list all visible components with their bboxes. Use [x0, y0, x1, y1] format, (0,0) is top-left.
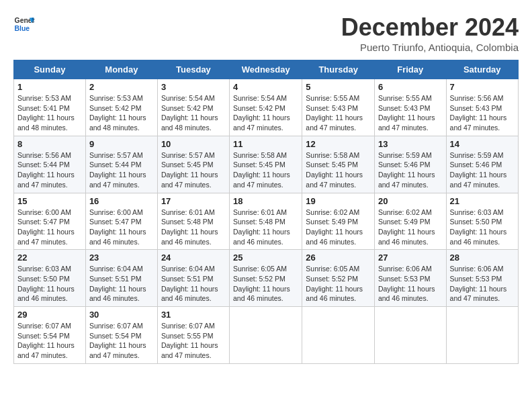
- week-row-4: 22 Sunrise: 6:03 AMSunset: 5:50 PMDaylig…: [14, 250, 519, 307]
- calendar-cell: 28 Sunrise: 6:06 AMSunset: 5:53 PMDaylig…: [446, 250, 518, 307]
- day-number: 12: [306, 139, 371, 149]
- day-number: 25: [233, 253, 298, 263]
- day-info: Sunrise: 6:00 AMSunset: 5:47 PMDaylight:…: [17, 208, 75, 246]
- day-info: Sunrise: 5:57 AMSunset: 5:45 PMDaylight:…: [161, 151, 218, 189]
- day-info: Sunrise: 6:05 AMSunset: 5:52 PMDaylight:…: [233, 265, 290, 302]
- calendar-cell: [374, 307, 446, 364]
- day-number: 18: [233, 196, 298, 206]
- calendar-cell: 5 Sunrise: 5:55 AMSunset: 5:43 PMDayligh…: [302, 79, 375, 136]
- calendar-cell: 21 Sunrise: 6:03 AMSunset: 5:50 PMDaylig…: [446, 193, 518, 250]
- day-info: Sunrise: 5:58 AMSunset: 5:45 PMDaylight:…: [233, 151, 290, 189]
- day-number: 4: [233, 82, 298, 92]
- svg-text:Blue: Blue: [15, 25, 30, 32]
- week-row-1: 1 Sunrise: 5:53 AMSunset: 5:41 PMDayligh…: [14, 79, 519, 136]
- calendar-cell: 10 Sunrise: 5:57 AMSunset: 5:45 PMDaylig…: [157, 136, 229, 193]
- calendar-cell: 24 Sunrise: 6:04 AMSunset: 5:51 PMDaylig…: [157, 250, 229, 307]
- day-number: 21: [450, 196, 515, 206]
- calendar-cell: 29 Sunrise: 6:07 AMSunset: 5:54 PMDaylig…: [14, 307, 86, 364]
- day-number: 29: [17, 310, 82, 320]
- day-info: Sunrise: 5:54 AMSunset: 5:42 PMDaylight:…: [233, 94, 290, 132]
- calendar-cell: [446, 307, 518, 364]
- day-number: 17: [161, 196, 226, 206]
- week-row-5: 29 Sunrise: 6:07 AMSunset: 5:54 PMDaylig…: [14, 307, 519, 364]
- day-info: Sunrise: 5:53 AMSunset: 5:42 PMDaylight:…: [89, 94, 146, 132]
- calendar-cell: 27 Sunrise: 6:06 AMSunset: 5:53 PMDaylig…: [374, 250, 446, 307]
- calendar-cell: 1 Sunrise: 5:53 AMSunset: 5:41 PMDayligh…: [14, 79, 86, 136]
- calendar-cell: 30 Sunrise: 6:07 AMSunset: 5:54 PMDaylig…: [85, 307, 157, 364]
- calendar-cell: 7 Sunrise: 5:56 AMSunset: 5:43 PMDayligh…: [446, 79, 518, 136]
- day-info: Sunrise: 5:53 AMSunset: 5:41 PMDaylight:…: [17, 94, 75, 132]
- day-number: 15: [17, 196, 82, 206]
- day-number: 16: [89, 196, 154, 206]
- day-info: Sunrise: 6:02 AMSunset: 5:49 PMDaylight:…: [306, 208, 363, 246]
- day-number: 27: [378, 253, 443, 263]
- day-number: 2: [89, 82, 154, 92]
- day-number: 13: [378, 139, 443, 149]
- header-day-sunday: Sunday: [14, 60, 86, 79]
- day-number: 6: [378, 82, 443, 92]
- title-block: December 2024 Puerto Triunfo, Antioquia,…: [341, 13, 519, 53]
- header-day-friday: Friday: [374, 60, 446, 79]
- day-info: Sunrise: 6:06 AMSunset: 5:53 PMDaylight:…: [450, 265, 507, 302]
- day-info: Sunrise: 6:06 AMSunset: 5:53 PMDaylight:…: [378, 265, 435, 302]
- day-number: 23: [89, 253, 154, 263]
- logo-icon: General Blue: [13, 13, 35, 35]
- week-row-2: 8 Sunrise: 5:56 AMSunset: 5:44 PMDayligh…: [14, 136, 519, 193]
- day-number: 1: [17, 82, 82, 92]
- calendar-cell: 17 Sunrise: 6:01 AMSunset: 5:48 PMDaylig…: [157, 193, 229, 250]
- day-info: Sunrise: 6:00 AMSunset: 5:47 PMDaylight:…: [89, 208, 146, 246]
- page-header: General Blue December 2024 Puerto Triunf…: [13, 13, 519, 53]
- day-info: Sunrise: 6:07 AMSunset: 5:54 PMDaylight:…: [89, 322, 146, 359]
- calendar-cell: 25 Sunrise: 6:05 AMSunset: 5:52 PMDaylig…: [230, 250, 302, 307]
- day-info: Sunrise: 5:58 AMSunset: 5:45 PMDaylight:…: [306, 151, 363, 189]
- calendar-cell: 14 Sunrise: 5:59 AMSunset: 5:46 PMDaylig…: [446, 136, 518, 193]
- day-info: Sunrise: 6:04 AMSunset: 5:51 PMDaylight:…: [161, 265, 218, 302]
- calendar-cell: 31 Sunrise: 6:07 AMSunset: 5:55 PMDaylig…: [157, 307, 229, 364]
- day-info: Sunrise: 6:04 AMSunset: 5:51 PMDaylight:…: [89, 265, 146, 302]
- calendar-cell: 9 Sunrise: 5:57 AMSunset: 5:44 PMDayligh…: [85, 136, 157, 193]
- calendar-cell: 3 Sunrise: 5:54 AMSunset: 5:42 PMDayligh…: [157, 79, 229, 136]
- header-day-thursday: Thursday: [302, 60, 375, 79]
- week-row-3: 15 Sunrise: 6:00 AMSunset: 5:47 PMDaylig…: [14, 193, 519, 250]
- day-number: 5: [306, 82, 371, 92]
- day-number: 9: [89, 139, 154, 149]
- calendar-cell: 2 Sunrise: 5:53 AMSunset: 5:42 PMDayligh…: [85, 79, 157, 136]
- day-number: 19: [306, 196, 371, 206]
- day-number: 24: [161, 253, 226, 263]
- day-info: Sunrise: 5:56 AMSunset: 5:43 PMDaylight:…: [450, 94, 507, 132]
- day-info: Sunrise: 6:02 AMSunset: 5:49 PMDaylight:…: [378, 208, 435, 246]
- day-info: Sunrise: 6:01 AMSunset: 5:48 PMDaylight:…: [233, 208, 290, 246]
- calendar-cell: 23 Sunrise: 6:04 AMSunset: 5:51 PMDaylig…: [85, 250, 157, 307]
- day-number: 10: [161, 139, 226, 149]
- day-number: 28: [450, 253, 515, 263]
- calendar-cell: 12 Sunrise: 5:58 AMSunset: 5:45 PMDaylig…: [302, 136, 375, 193]
- calendar-cell: 22 Sunrise: 6:03 AMSunset: 5:50 PMDaylig…: [14, 250, 86, 307]
- day-info: Sunrise: 5:57 AMSunset: 5:44 PMDaylight:…: [89, 151, 146, 189]
- day-number: 11: [233, 139, 298, 149]
- calendar-cell: 15 Sunrise: 6:00 AMSunset: 5:47 PMDaylig…: [14, 193, 86, 250]
- calendar-cell: 8 Sunrise: 5:56 AMSunset: 5:44 PMDayligh…: [14, 136, 86, 193]
- day-info: Sunrise: 5:59 AMSunset: 5:46 PMDaylight:…: [450, 151, 507, 189]
- calendar-cell: 19 Sunrise: 6:02 AMSunset: 5:49 PMDaylig…: [302, 193, 375, 250]
- header-day-saturday: Saturday: [446, 60, 518, 79]
- day-number: 31: [161, 310, 226, 320]
- calendar-cell: 16 Sunrise: 6:00 AMSunset: 5:47 PMDaylig…: [85, 193, 157, 250]
- day-info: Sunrise: 5:59 AMSunset: 5:46 PMDaylight:…: [378, 151, 435, 189]
- header-day-wednesday: Wednesday: [230, 60, 302, 79]
- day-number: 3: [161, 82, 226, 92]
- day-info: Sunrise: 6:07 AMSunset: 5:54 PMDaylight:…: [17, 322, 75, 359]
- day-number: 26: [306, 253, 371, 263]
- header-day-monday: Monday: [85, 60, 157, 79]
- calendar-cell: 6 Sunrise: 5:55 AMSunset: 5:43 PMDayligh…: [374, 79, 446, 136]
- calendar-cell: 11 Sunrise: 5:58 AMSunset: 5:45 PMDaylig…: [230, 136, 302, 193]
- day-number: 22: [17, 253, 82, 263]
- page-subtitle: Puerto Triunfo, Antioquia, Colombia: [341, 42, 519, 53]
- day-number: 14: [450, 139, 515, 149]
- calendar-table: SundayMondayTuesdayWednesdayThursdayFrid…: [13, 60, 519, 364]
- day-info: Sunrise: 6:05 AMSunset: 5:52 PMDaylight:…: [306, 265, 363, 302]
- day-info: Sunrise: 5:55 AMSunset: 5:43 PMDaylight:…: [378, 94, 435, 132]
- logo: General Blue: [13, 13, 35, 35]
- calendar-cell: 4 Sunrise: 5:54 AMSunset: 5:42 PMDayligh…: [230, 79, 302, 136]
- header-row: SundayMondayTuesdayWednesdayThursdayFrid…: [14, 60, 519, 79]
- day-number: 8: [17, 139, 82, 149]
